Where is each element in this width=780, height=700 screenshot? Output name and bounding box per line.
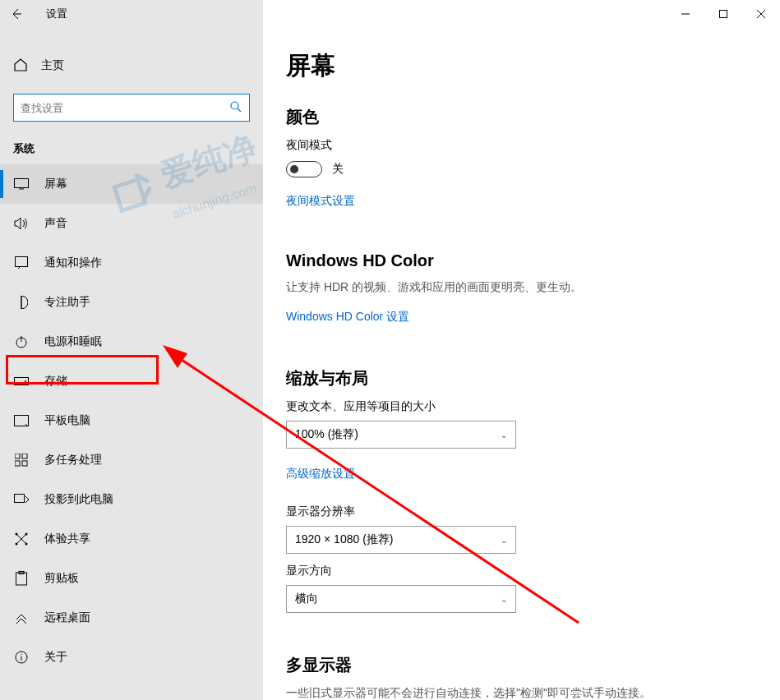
sidebar-item-multitask[interactable]: 多任务处理 — [0, 440, 263, 480]
svg-point-6 — [25, 380, 26, 382]
display-icon — [13, 178, 30, 190]
svg-point-16 — [25, 543, 28, 546]
nav-label: 多任务处理 — [44, 453, 102, 467]
about-icon — [13, 651, 30, 664]
dropdown-value: 1920 × 1080 (推荐) — [295, 532, 393, 547]
resolution-dropdown[interactable]: 1920 × 1080 (推荐) ⌄ — [286, 526, 516, 554]
svg-point-14 — [25, 533, 28, 536]
search-icon — [229, 100, 242, 116]
titlebar: 设置 — [0, 0, 780, 28]
nav-label: 关于 — [44, 650, 67, 665]
back-button[interactable] — [0, 0, 33, 28]
search-input[interactable] — [21, 102, 229, 114]
tablet-icon — [13, 415, 30, 426]
chevron-down-icon: ⌄ — [501, 536, 507, 545]
orientation-dropdown[interactable]: 横向 ⌄ — [286, 585, 516, 613]
nav-label: 电源和睡眠 — [44, 334, 102, 349]
nav-label: 屏幕 — [44, 177, 67, 191]
home-icon — [13, 58, 28, 75]
svg-point-15 — [16, 543, 18, 546]
svg-rect-8 — [15, 454, 20, 458]
sidebar-item-focus[interactable]: 专注助手 — [0, 283, 263, 322]
color-heading: 颜色 — [286, 106, 757, 128]
night-mode-settings-link[interactable]: 夜间模式设置 — [286, 194, 355, 209]
advanced-scale-link[interactable]: 高级缩放设置 — [286, 467, 355, 481]
multi-display-heading: 多显示器 — [286, 654, 757, 676]
window-title: 设置 — [46, 7, 67, 21]
sidebar-item-notifications[interactable]: 通知和操作 — [0, 243, 263, 283]
svg-rect-11 — [22, 461, 27, 466]
close-button[interactable] — [742, 0, 780, 28]
svg-rect-0 — [720, 11, 727, 18]
svg-rect-9 — [22, 454, 27, 458]
nav-label: 存储 — [44, 374, 67, 389]
hd-color-link[interactable]: Windows HD Color 设置 — [286, 310, 409, 325]
notifications-icon — [13, 256, 30, 269]
svg-rect-17 — [16, 573, 27, 585]
sidebar-item-remote[interactable]: 远程桌面 — [0, 598, 263, 638]
maximize-icon — [719, 10, 727, 18]
sidebar-item-project[interactable]: 投影到此电脑 — [0, 480, 263, 519]
close-icon — [757, 10, 765, 18]
scale-size-dropdown[interactable]: 100% (推荐) ⌄ — [286, 421, 516, 449]
svg-rect-10 — [15, 461, 20, 466]
sidebar-item-tablet[interactable]: 平板电脑 — [0, 401, 263, 440]
toggle-state-text: 关 — [332, 162, 344, 177]
arrow-left-icon — [10, 7, 23, 21]
maximize-button[interactable] — [704, 0, 742, 28]
nav-label: 专注助手 — [44, 295, 90, 310]
chevron-down-icon: ⌄ — [501, 431, 507, 440]
storage-icon — [13, 377, 30, 385]
dropdown-value: 横向 — [295, 592, 318, 606]
clipboard-icon — [13, 571, 30, 586]
nav-label: 通知和操作 — [44, 256, 102, 270]
sidebar-item-sound[interactable]: 声音 — [0, 204, 263, 243]
sidebar-item-clipboard[interactable]: 剪贴板 — [0, 559, 263, 598]
sidebar-item-about[interactable]: 关于 — [0, 638, 263, 677]
power-icon — [13, 335, 30, 348]
focus-icon — [13, 296, 30, 309]
sidebar-item-share[interactable]: 体验共享 — [0, 519, 263, 559]
nav-label: 声音 — [44, 216, 67, 231]
sidebar-home[interactable]: 主页 — [0, 48, 263, 84]
resolution-label: 显示器分辨率 — [286, 504, 757, 519]
multi-display-desc: 一些旧式显示器可能不会进行自动连接，选择"检测"即可尝试手动连接。 — [286, 686, 757, 700]
scale-heading: 缩放与布局 — [286, 367, 757, 389]
svg-rect-12 — [15, 495, 25, 503]
chevron-down-icon: ⌄ — [501, 595, 507, 604]
multitask-icon — [13, 454, 30, 467]
sidebar-section-label: 系统 — [0, 130, 263, 164]
sidebar-home-label: 主页 — [41, 58, 64, 73]
svg-point-13 — [16, 533, 18, 536]
project-icon — [13, 494, 30, 505]
svg-rect-2 — [15, 179, 29, 188]
nav-label: 平板电脑 — [44, 413, 90, 428]
sidebar-item-display[interactable]: 屏幕 — [0, 164, 263, 204]
night-mode-label: 夜间模式 — [286, 138, 757, 153]
orientation-label: 显示方向 — [286, 564, 757, 578]
svg-rect-3 — [16, 257, 28, 267]
svg-point-1 — [231, 102, 238, 109]
sound-icon — [13, 217, 30, 230]
night-mode-toggle[interactable] — [286, 161, 322, 177]
nav-label: 剪贴板 — [44, 571, 79, 586]
sidebar-item-power[interactable]: 电源和睡眠 — [0, 322, 263, 362]
page-title: 屏幕 — [286, 49, 757, 83]
hd-color-desc: 让支持 HDR 的视频、游戏和应用的画面更明亮、更生动。 — [286, 280, 757, 295]
nav-label: 远程桌面 — [44, 610, 90, 625]
search-box[interactable] — [13, 94, 250, 122]
dropdown-value: 100% (推荐) — [295, 427, 358, 442]
minimize-icon — [681, 10, 690, 18]
remote-icon — [13, 611, 30, 624]
sidebar-item-storage[interactable]: 存储 — [0, 362, 263, 401]
sidebar: 主页 系统 屏幕 声音 通知和操作 专注助手 — [0, 28, 263, 700]
nav-label: 体验共享 — [44, 532, 90, 546]
share-icon — [13, 532, 30, 546]
minimize-button[interactable] — [667, 0, 704, 28]
main-content: 屏幕 颜色 夜间模式 关 夜间模式设置 Windows HD Color 让支持… — [263, 28, 780, 700]
nav-label: 投影到此电脑 — [44, 492, 113, 507]
scale-size-label: 更改文本、应用等项目的大小 — [286, 399, 757, 414]
hd-color-heading: Windows HD Color — [286, 251, 757, 270]
